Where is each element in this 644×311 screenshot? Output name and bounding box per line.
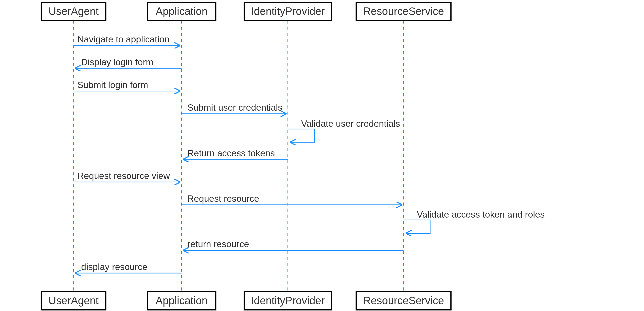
actor-app-bottom: Application (148, 292, 216, 310)
actor-label-rs-top: ResourceService (363, 5, 444, 17)
actor-label-app-bottom: Application (156, 295, 208, 306)
actor-label-rs-bottom: ResourceService (363, 295, 444, 306)
actor-label-idp-top: IdentityProvider (251, 5, 325, 17)
message-label-7: Request resource (187, 194, 259, 204)
message-label-10: display resource (81, 262, 147, 272)
actor-label-ua-bottom: UserAgent (48, 295, 99, 306)
message-10: display resource (76, 262, 182, 273)
message-0: Navigate to application (74, 34, 180, 46)
message-label-8: Validate access token and roles (417, 210, 545, 220)
message-label-4: Validate user credentials (301, 118, 400, 128)
message-6: Request resource view (74, 171, 180, 182)
message-9: return resource (184, 239, 404, 250)
message-4: Validate user credentials (288, 118, 400, 142)
actor-ua-top: UserAgent (41, 2, 106, 20)
actor-idp-top: IdentityProvider (244, 2, 331, 20)
message-label-1: Display login form (81, 57, 153, 67)
message-5: Return access tokens (184, 148, 288, 159)
message-3: Submit user credentials (182, 102, 286, 114)
message-1: Display login form (76, 57, 182, 68)
message-label-3: Submit user credentials (187, 102, 282, 112)
actor-idp-bottom: IdentityProvider (244, 292, 331, 310)
actor-label-app-top: Application (156, 5, 208, 17)
actor-label-idp-bottom: IdentityProvider (251, 295, 325, 306)
message-7: Request resource (182, 194, 402, 205)
message-label-6: Request resource view (77, 171, 170, 181)
message-label-0: Navigate to application (77, 34, 170, 44)
actor-ua-bottom: UserAgent (41, 292, 106, 310)
message-8: Validate access token and roles (404, 210, 545, 233)
sequence-diagram: Navigate to applicationDisplay login for… (0, 0, 644, 311)
message-label-9: return resource (187, 239, 249, 249)
message-label-2: Submit login form (77, 80, 148, 90)
actor-label-ua-top: UserAgent (48, 5, 99, 17)
message-label-5: Return access tokens (187, 148, 275, 158)
actor-app-top: Application (148, 2, 216, 20)
message-2: Submit login form (74, 80, 180, 91)
actor-rs-top: ResourceService (356, 2, 451, 20)
actor-rs-bottom: ResourceService (356, 292, 451, 310)
